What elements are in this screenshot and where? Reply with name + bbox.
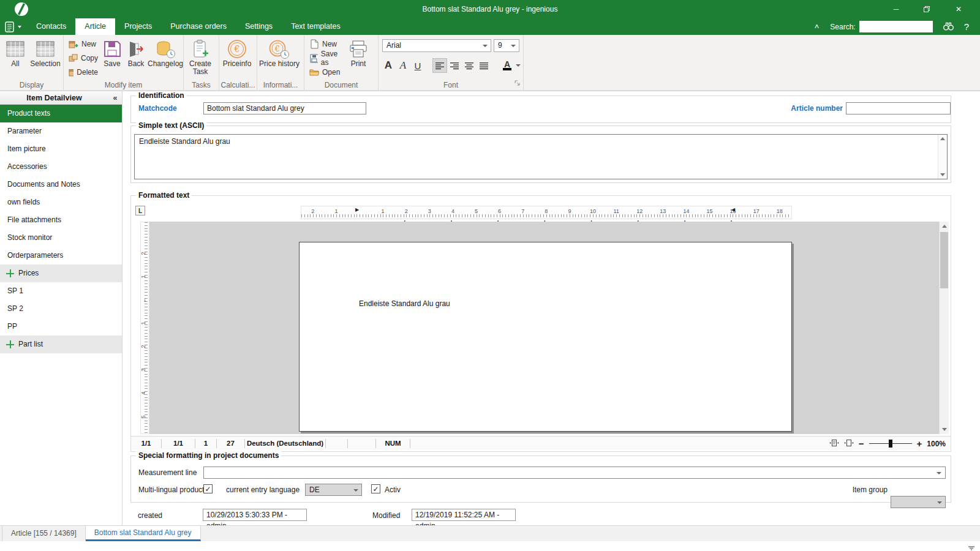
align-left-button[interactable] [432,58,447,73]
scroll-down-icon[interactable] [940,173,945,176]
minimize-button[interactable]: ─ [886,0,907,18]
restore-button[interactable] [916,0,937,18]
app-menu-button[interactable] [5,20,23,33]
matchcode-input[interactable]: Bottom slat Standard Alu grey [203,102,366,114]
price-history-button[interactable]: € Price history [257,35,301,68]
sidebar-item-sp2[interactable]: SP 2 [0,300,122,318]
document-editor-canvas[interactable]: Endleiste Standard Alu grau [149,222,939,434]
copy-item-button[interactable]: Copy [69,53,98,63]
scroll-down-button[interactable] [940,425,949,434]
all-button[interactable]: All [5,35,26,68]
sidebar-item-accessories[interactable]: Accessories [0,158,122,176]
measurement-line-combobox[interactable] [203,467,946,479]
search-input[interactable] [859,21,933,32]
group-label-modify-item: Modify item [64,81,183,89]
ribbon: All Selection Display New Cop [0,35,980,91]
font-family-combobox[interactable]: Arial [382,39,491,52]
selection-button[interactable]: Selection [29,35,61,68]
right-indent-marker[interactable]: ◀ [731,207,735,212]
sidebar-item-sp1[interactable]: SP 1 [0,282,122,300]
sidebar-item-product-texts[interactable]: Product texts [0,105,122,122]
tab-selector-button[interactable]: L [135,206,145,216]
bottom-tab-current-article[interactable]: Bottom slat Standard Alu grey [86,526,201,541]
sidebar-item-item-picture[interactable]: Item picture [0,140,122,158]
group-label-tasks: Tasks [184,81,219,89]
vertical-ruler[interactable]: 2112345 ↓ [140,222,149,434]
special-formatting-groupbox: Special formatting in project documents … [130,455,951,503]
top-margin-marker[interactable]: ↓ [143,296,146,303]
sidebar-item-orderparameters[interactable]: Orderparameters [0,247,122,264]
new-item-button[interactable]: New [69,39,98,49]
article-number-label: Article number [786,104,843,113]
menu-tab-text-templates[interactable]: Text templates [282,18,350,35]
zoom-slider[interactable] [869,443,912,444]
delete-item-button[interactable]: Delete [69,67,98,77]
collapse-sidebar-icon[interactable]: « [108,94,122,102]
back-button[interactable]: Back [124,35,148,77]
multilingual-checkbox[interactable]: ✓ [203,484,213,493]
expand-plus-icon[interactable] [6,269,14,277]
sidebar-item-prices[interactable]: Prices [0,264,122,282]
sidebar-header: Item Detailview « [0,91,122,105]
font-size-combobox[interactable]: 9 [494,39,519,52]
article-number-input[interactable] [846,102,951,114]
align-justify-button[interactable] [477,58,491,73]
font-color-dropdown-icon[interactable] [516,64,521,67]
sidebar-item-own-fields[interactable]: own fields [0,193,122,211]
align-center-button[interactable] [462,58,477,73]
activ-label: Activ [385,485,401,494]
sidebar-item-documents-and-notes[interactable]: Documents and Notes [0,176,122,193]
simple-text-legend: Simple text (ASCII) [136,121,206,130]
item-group-select[interactable] [891,496,946,508]
language-select[interactable]: DE [305,484,362,496]
print-button[interactable]: Print [345,35,372,77]
menu-tab-settings[interactable]: Settings [236,18,282,35]
simple-text-textarea[interactable]: Endleiste Standard Alu grau [134,134,948,179]
scrollbar-thumb[interactable] [940,232,948,288]
ribbon-group-document: New Save as Open Print Document [304,35,379,90]
document-text[interactable]: Endleiste Standard Alu grau [359,299,450,308]
underline-button[interactable]: U [410,58,425,73]
zoom-out-button[interactable]: − [859,438,864,449]
document-save-as-button[interactable]: Save as [309,53,344,63]
menu-tab-purchase-orders[interactable]: Purchase orders [161,18,236,35]
scroll-up-icon[interactable] [940,137,945,140]
font-color-button[interactable]: A [500,58,514,73]
sidebar-item-pp[interactable]: PP [0,318,122,335]
editor-scrollbar[interactable] [939,222,949,434]
help-icon[interactable]: ? [964,21,969,32]
simple-text-scrollbar[interactable] [938,135,947,179]
sidebar-item-stock-monitor[interactable]: Stock monitor [0,229,122,247]
sidebar-item-file-attachments[interactable]: File attachments [0,211,122,229]
document-page[interactable]: Endleiste Standard Alu grau [299,242,792,432]
create-task-button[interactable]: Create Task [184,35,217,76]
scroll-up-button[interactable] [940,222,949,231]
zoom-in-button[interactable]: + [917,438,922,449]
expand-plus-icon[interactable] [6,340,14,348]
binoculars-icon[interactable] [943,21,954,32]
menu-tab-contacts[interactable]: Contacts [27,18,75,35]
zoom-slider-thumb[interactable] [889,440,892,448]
bold-button[interactable]: A [381,58,396,73]
first-line-indent-marker[interactable]: ▶ [355,207,359,212]
document-new-button[interactable]: New [309,39,344,49]
document-open-button[interactable]: Open [309,67,344,77]
changelog-button[interactable]: Changelog [148,35,183,77]
save-button[interactable]: Save [100,35,124,77]
fit-page-icon[interactable] [829,439,839,449]
sidebar-item-parameter[interactable]: Parameter [0,122,122,140]
splitter-grip-icon[interactable] [968,544,975,551]
menu-tab-article[interactable]: Article [75,18,115,35]
activ-checkbox[interactable]: ✓ [371,484,380,493]
priceinfo-button[interactable]: € Priceinfo [219,35,255,68]
fit-width-icon[interactable] [844,439,854,449]
menu-tab-projects[interactable]: Projects [115,18,161,35]
sidebar-item-part-list[interactable]: Part list [0,335,122,353]
bottom-tab-article-list[interactable]: Article [155 / 14369] [2,526,86,541]
italic-button[interactable]: A [396,58,410,73]
ribbon-collapse-icon[interactable]: ˄ [815,22,820,31]
align-right-button[interactable] [447,58,462,73]
close-button[interactable]: ✕ [948,0,969,18]
euro-clock-icon: € [268,38,290,60]
horizontal-ruler[interactable]: 21123456789101112131415161718 ▶ ◀ [301,206,792,219]
